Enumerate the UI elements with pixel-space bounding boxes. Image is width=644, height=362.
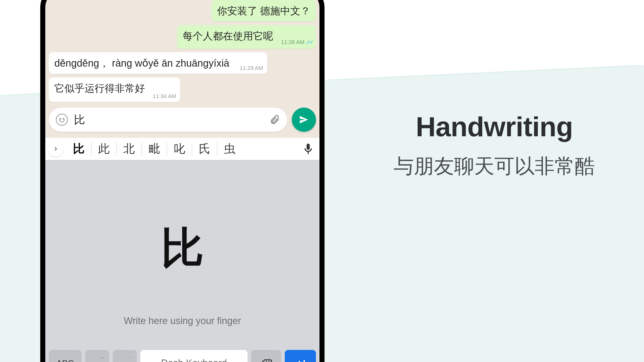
message-text: 你安装了 德施中文？ <box>217 5 310 16</box>
message-input-container[interactable]: 比 <box>49 108 287 132</box>
send-button[interactable] <box>292 108 316 132</box>
handwritten-character: 比 <box>161 219 204 277</box>
candidate-item[interactable]: 此 <box>92 142 117 156</box>
emoji-icon[interactable] <box>56 114 68 126</box>
handwriting-hint: Write here using your finger <box>124 315 241 326</box>
promo-text: Handwriting 与朋友聊天可以非常酷 <box>360 111 629 180</box>
phone-frame: 你安装了 德施中文？ 每个人都在使用它呢 11:26 AM ✓✓ děngděn… <box>40 0 325 362</box>
candidate-item[interactable]: 比 <box>66 142 92 156</box>
candidate-item[interactable]: 北 <box>117 142 142 156</box>
candidate-item[interactable]: 虫 <box>217 142 242 156</box>
candidate-item[interactable]: 毗 <box>142 142 167 156</box>
backspace-key[interactable] <box>251 350 281 362</box>
message-time: 11:34 AM <box>153 93 176 100</box>
microphone-icon[interactable] <box>302 143 314 155</box>
message-text: 每个人都在使用它呢 <box>183 30 273 41</box>
promo-title: Handwriting <box>360 111 629 143</box>
expand-candidates-button[interactable] <box>48 141 63 157</box>
keyboard: 比 此 北 毗 叱 氏 虫 比 Write here using your fi… <box>45 137 319 362</box>
spacebar-key[interactable]: Desh Keyboard <box>140 350 248 362</box>
chat-bubble-received: 它似乎运行得非常好 11:34 AM <box>49 77 180 102</box>
svg-rect-0 <box>308 152 309 154</box>
candidate-row: 比 此 北 毗 叱 氏 虫 <box>45 137 319 160</box>
handwriting-area[interactable]: 比 Write here using your finger <box>45 160 319 346</box>
promo-subtitle: 与朋友聊天可以非常酷 <box>360 153 629 180</box>
message-time: 11:29 AM <box>240 64 263 72</box>
message-text: 它似乎运行得非常好 <box>54 83 145 94</box>
candidate-list: 比 此 北 毗 叱 氏 虫 <box>66 138 298 160</box>
punctuation-key[interactable]: ． 。 <box>113 350 137 362</box>
chat-area: 你安装了 德施中文？ 每个人都在使用它呢 11:26 AM ✓✓ děngděn… <box>45 0 319 102</box>
chat-bubble-sent: 你安装了 德施中文？ <box>212 0 316 22</box>
composer-row: 比 <box>45 102 319 137</box>
message-text: děngděng， ràng wǒyě ān zhuāngyíxià <box>54 58 229 69</box>
attachment-icon[interactable] <box>269 114 280 125</box>
enter-key[interactable] <box>285 350 316 362</box>
key-main-label: 。 <box>119 358 130 362</box>
keyboard-bottom-row: ABC ， 、 ． 。 Desh Keyboard <box>45 346 319 362</box>
read-receipt-icon: ✓✓ <box>306 38 312 46</box>
phone-screen: 你安装了 德施中文？ 每个人都在使用它呢 11:26 AM ✓✓ děngděn… <box>45 0 319 362</box>
chat-bubble-sent: 每个人都在使用它呢 11:26 AM ✓✓ <box>177 25 316 49</box>
key-main-label: 、 <box>92 358 103 362</box>
candidate-item[interactable]: 叱 <box>167 142 192 156</box>
abc-key[interactable]: ABC <box>49 350 82 362</box>
message-time: 11:26 AM <box>281 38 304 46</box>
chat-bubble-received: děngděng， ràng wǒyě ān zhuāngyíxià 11:29… <box>49 52 267 74</box>
candidate-item[interactable]: 氏 <box>192 142 217 156</box>
punctuation-key[interactable]: ， 、 <box>85 350 109 362</box>
message-input[interactable]: 比 <box>74 112 263 127</box>
